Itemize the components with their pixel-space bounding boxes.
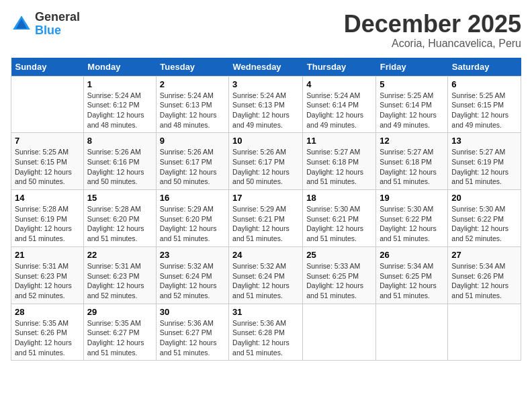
day-info: Sunrise: 5:25 AM Sunset: 6:15 PM Dayligh… [15,147,80,187]
month-title: December 2025 [344,11,521,38]
location-title: Acoria, Huancavelica, Peru [344,38,521,50]
calendar-cell: 16Sunrise: 5:29 AM Sunset: 6:20 PM Dayli… [156,190,228,247]
calendar-cell: 12Sunrise: 5:27 AM Sunset: 6:18 PM Dayli… [376,133,448,190]
col-header-wednesday: Wednesday [229,58,303,77]
calendar-week-row: 7Sunrise: 5:25 AM Sunset: 6:15 PM Daylig… [11,133,521,190]
day-info: Sunrise: 5:24 AM Sunset: 6:13 PM Dayligh… [232,91,299,130]
day-number: 22 [87,250,152,260]
day-number: 27 [451,250,517,260]
calendar-cell: 7Sunrise: 5:25 AM Sunset: 6:15 PM Daylig… [11,133,84,190]
calendar-cell: 19Sunrise: 5:30 AM Sunset: 6:22 PM Dayli… [376,190,448,247]
day-info: Sunrise: 5:26 AM Sunset: 6:16 PM Dayligh… [87,147,152,187]
day-info: Sunrise: 5:28 AM Sunset: 6:20 PM Dayligh… [87,204,152,244]
day-number: 29 [87,307,152,317]
day-number: 24 [232,250,299,260]
day-info: Sunrise: 5:30 AM Sunset: 6:21 PM Dayligh… [306,204,372,244]
col-header-monday: Monday [83,58,156,77]
logo-general-text: General [35,11,80,24]
day-number: 11 [306,136,372,146]
logo-blue-text: Blue [35,24,80,38]
logo-icon [11,13,32,35]
day-number: 31 [232,307,299,317]
col-header-tuesday: Tuesday [156,58,228,77]
calendar-cell [376,304,448,361]
calendar-cell: 29Sunrise: 5:35 AM Sunset: 6:27 PM Dayli… [83,304,156,361]
col-header-saturday: Saturday [448,58,521,77]
calendar-cell: 4Sunrise: 5:24 AM Sunset: 6:14 PM Daylig… [303,76,376,133]
day-info: Sunrise: 5:29 AM Sunset: 6:21 PM Dayligh… [232,204,299,244]
day-number: 14 [15,193,80,203]
calendar-cell: 23Sunrise: 5:32 AM Sunset: 6:24 PM Dayli… [156,246,228,304]
col-header-sunday: Sunday [11,58,84,77]
logo: General Blue [11,11,80,38]
calendar-cell: 17Sunrise: 5:29 AM Sunset: 6:21 PM Dayli… [229,190,303,247]
day-info: Sunrise: 5:36 AM Sunset: 6:28 PM Dayligh… [232,318,299,358]
day-info: Sunrise: 5:24 AM Sunset: 6:13 PM Dayligh… [160,91,225,130]
day-info: Sunrise: 5:26 AM Sunset: 6:17 PM Dayligh… [232,147,299,187]
day-number: 19 [380,193,444,203]
day-number: 17 [232,193,299,203]
day-number: 25 [306,250,372,260]
col-header-friday: Friday [376,58,448,77]
calendar-cell: 15Sunrise: 5:28 AM Sunset: 6:20 PM Dayli… [83,190,156,247]
day-info: Sunrise: 5:28 AM Sunset: 6:19 PM Dayligh… [15,204,80,244]
calendar-cell: 10Sunrise: 5:26 AM Sunset: 6:17 PM Dayli… [229,133,303,190]
calendar-cell: 6Sunrise: 5:25 AM Sunset: 6:15 PM Daylig… [448,76,521,133]
calendar-cell: 14Sunrise: 5:28 AM Sunset: 6:19 PM Dayli… [11,190,84,247]
day-number: 5 [380,79,444,89]
calendar-cell: 1Sunrise: 5:24 AM Sunset: 6:12 PM Daylig… [83,76,156,133]
calendar-cell: 13Sunrise: 5:27 AM Sunset: 6:19 PM Dayli… [448,133,521,190]
day-number: 8 [87,136,152,146]
day-info: Sunrise: 5:31 AM Sunset: 6:23 PM Dayligh… [87,261,152,301]
calendar-cell: 31Sunrise: 5:36 AM Sunset: 6:28 PM Dayli… [229,304,303,361]
day-info: Sunrise: 5:31 AM Sunset: 6:23 PM Dayligh… [15,261,80,301]
calendar-cell: 5Sunrise: 5:25 AM Sunset: 6:14 PM Daylig… [376,76,448,133]
day-info: Sunrise: 5:30 AM Sunset: 6:22 PM Dayligh… [380,204,444,244]
day-number: 16 [160,193,225,203]
calendar-week-row: 1Sunrise: 5:24 AM Sunset: 6:12 PM Daylig… [11,76,521,133]
calendar-cell: 18Sunrise: 5:30 AM Sunset: 6:21 PM Dayli… [303,190,376,247]
day-info: Sunrise: 5:34 AM Sunset: 6:25 PM Dayligh… [380,261,444,301]
calendar-cell: 26Sunrise: 5:34 AM Sunset: 6:25 PM Dayli… [376,246,448,304]
calendar-cell: 20Sunrise: 5:30 AM Sunset: 6:22 PM Dayli… [448,190,521,247]
day-info: Sunrise: 5:27 AM Sunset: 6:19 PM Dayligh… [451,147,517,187]
day-info: Sunrise: 5:33 AM Sunset: 6:25 PM Dayligh… [306,261,372,301]
day-number: 23 [160,250,225,260]
calendar-week-row: 28Sunrise: 5:35 AM Sunset: 6:26 PM Dayli… [11,304,521,361]
day-info: Sunrise: 5:26 AM Sunset: 6:17 PM Dayligh… [160,147,225,187]
calendar-cell: 3Sunrise: 5:24 AM Sunset: 6:13 PM Daylig… [229,76,303,133]
day-info: Sunrise: 5:32 AM Sunset: 6:24 PM Dayligh… [232,261,299,301]
day-number: 28 [15,307,80,317]
logo-text: General Blue [35,11,80,38]
calendar-cell: 27Sunrise: 5:34 AM Sunset: 6:26 PM Dayli… [448,246,521,304]
day-info: Sunrise: 5:27 AM Sunset: 6:18 PM Dayligh… [380,147,444,187]
day-number: 30 [160,307,225,317]
day-info: Sunrise: 5:30 AM Sunset: 6:22 PM Dayligh… [451,204,517,244]
calendar-cell: 2Sunrise: 5:24 AM Sunset: 6:13 PM Daylig… [156,76,228,133]
day-info: Sunrise: 5:25 AM Sunset: 6:14 PM Dayligh… [380,91,444,130]
day-number: 20 [451,193,517,203]
calendar-cell: 9Sunrise: 5:26 AM Sunset: 6:17 PM Daylig… [156,133,228,190]
day-info: Sunrise: 5:24 AM Sunset: 6:12 PM Dayligh… [87,91,152,130]
day-number: 21 [15,250,80,260]
day-info: Sunrise: 5:35 AM Sunset: 6:26 PM Dayligh… [15,318,80,358]
calendar-header-row: SundayMondayTuesdayWednesdayThursdayFrid… [11,58,521,77]
day-info: Sunrise: 5:36 AM Sunset: 6:27 PM Dayligh… [160,318,225,358]
calendar-cell: 21Sunrise: 5:31 AM Sunset: 6:23 PM Dayli… [11,246,84,304]
day-number: 7 [15,136,80,146]
day-number: 4 [306,79,372,89]
day-number: 3 [232,79,299,89]
day-number: 10 [232,136,299,146]
day-info: Sunrise: 5:32 AM Sunset: 6:24 PM Dayligh… [160,261,225,301]
calendar-week-row: 14Sunrise: 5:28 AM Sunset: 6:19 PM Dayli… [11,190,521,247]
day-info: Sunrise: 5:35 AM Sunset: 6:27 PM Dayligh… [87,318,152,358]
day-number: 1 [87,79,152,89]
page-header: General Blue December 2025 Acoria, Huanc… [11,11,521,50]
day-info: Sunrise: 5:27 AM Sunset: 6:18 PM Dayligh… [306,147,372,187]
calendar-cell: 11Sunrise: 5:27 AM Sunset: 6:18 PM Dayli… [303,133,376,190]
day-number: 26 [380,250,444,260]
day-number: 2 [160,79,225,89]
calendar-cell: 25Sunrise: 5:33 AM Sunset: 6:25 PM Dayli… [303,246,376,304]
calendar-cell [448,304,521,361]
calendar-cell: 22Sunrise: 5:31 AM Sunset: 6:23 PM Dayli… [83,246,156,304]
